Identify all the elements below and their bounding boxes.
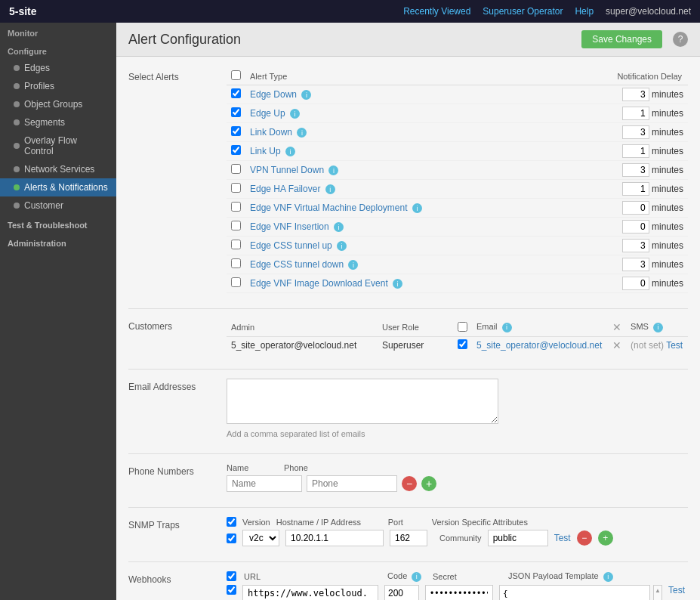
alert-info-icon[interactable]: i	[328, 165, 338, 175]
add-snmp-button[interactable]: +	[598, 530, 613, 546]
col-notification-delay: Notification Delay	[558, 69, 688, 85]
delay-input[interactable]	[622, 107, 649, 120]
sms-info-icon[interactable]: i	[653, 323, 663, 332]
alert-label[interactable]: Link Down	[250, 127, 292, 138]
select-all-checkbox[interactable]	[231, 70, 241, 80]
alert-info-icon[interactable]: i	[334, 222, 344, 232]
email-info-icon[interactable]: i	[502, 323, 512, 332]
alert-info-icon[interactable]: i	[290, 109, 300, 119]
help-link[interactable]: Help	[575, 6, 594, 17]
alert-checkbox[interactable]	[231, 164, 241, 174]
alert-checkbox[interactable]	[231, 202, 241, 212]
snmp-hostname-input[interactable]	[285, 530, 384, 546]
alert-info-icon[interactable]: i	[412, 203, 422, 213]
alert-label[interactable]: Edge VNF Virtual Machine Deployment	[250, 203, 408, 213]
sidebar-item-label: Edges	[24, 63, 50, 73]
sidebar-item-segments[interactable]: Segments	[0, 113, 116, 131]
alert-label[interactable]: Edge Down	[250, 89, 297, 100]
sidebar-item-alerts-notifications[interactable]: Alerts & Notifications	[0, 178, 116, 196]
delay-input[interactable]	[622, 88, 649, 101]
test-sms-link[interactable]: Test	[666, 340, 683, 351]
alert-info-icon[interactable]: i	[297, 128, 307, 138]
alert-checkbox[interactable]	[231, 258, 241, 268]
alert-label[interactable]: Link Up	[250, 146, 281, 156]
sidebar-item-customer[interactable]: Customer	[0, 196, 116, 215]
customers-body: Admin User Role Email i ✕ SMS	[227, 318, 688, 354]
alert-info-icon[interactable]: i	[337, 241, 347, 251]
webhooks-headers: URL Code i Secret JSON Payload Template …	[227, 571, 688, 582]
delay-input[interactable]	[622, 125, 649, 139]
snmp-community-input[interactable]	[488, 530, 548, 546]
remove-icon[interactable]: ✕	[612, 321, 621, 333]
webhook-url-input[interactable]: https://www.velocloud.net	[242, 585, 378, 601]
delay-input[interactable]	[622, 182, 649, 196]
snmp-port-input[interactable]	[390, 530, 427, 546]
alert-checkbox[interactable]	[231, 107, 241, 117]
alert-info-icon[interactable]: i	[285, 147, 295, 156]
delay-input[interactable]	[622, 239, 649, 252]
sidebar-item-network-services[interactable]: Network Services	[0, 160, 116, 178]
alert-info-icon[interactable]: i	[301, 90, 311, 100]
alert-checkbox[interactable]	[231, 240, 241, 249]
sidebar-item-object-groups[interactable]: Object Groups	[0, 95, 116, 113]
delay-input[interactable]	[622, 258, 649, 271]
delay-input[interactable]	[622, 220, 649, 234]
recently-viewed-link[interactable]: Recently Viewed	[403, 6, 470, 17]
save-button[interactable]: Save Changes	[581, 30, 662, 48]
alert-label[interactable]: Edge VNF Image Download Event	[250, 278, 388, 289]
delay-input[interactable]	[622, 163, 649, 177]
webhook-json-input[interactable]: { "alertTime": "{{alertTime}}", "alertTy…	[499, 585, 650, 601]
webhooks-json-col: JSON Payload Template i	[508, 571, 613, 582]
webhook-row-checkbox[interactable]	[227, 585, 236, 595]
test-troubleshoot-section[interactable]: Test & Troubleshoot	[0, 215, 116, 233]
alert-info-icon[interactable]: i	[325, 184, 335, 194]
alert-label[interactable]: Edge CSS tunnel down	[250, 259, 344, 270]
alert-label[interactable]: Edge HA Failover	[250, 184, 320, 194]
alert-label[interactable]: VPN Tunnel Down	[250, 165, 324, 175]
email-textarea[interactable]	[227, 379, 498, 424]
sidebar-item-edges[interactable]: Edges	[0, 59, 116, 77]
superuser-operator-link[interactable]: Superuser Operator	[483, 6, 563, 17]
alert-label[interactable]: Edge VNF Insertion	[250, 221, 329, 232]
webhooks-enabled-checkbox[interactable]	[227, 571, 236, 581]
add-phone-button[interactable]: +	[421, 476, 436, 491]
phone-name-input[interactable]	[227, 475, 302, 492]
webhook-code-input[interactable]	[384, 585, 419, 601]
code-info-icon[interactable]: i	[412, 572, 421, 582]
alert-info-icon[interactable]: i	[348, 260, 358, 270]
snmp-enabled-checkbox[interactable]	[227, 517, 236, 527]
minutes-label: minutes	[652, 240, 683, 251]
alert-checkbox[interactable]	[231, 221, 241, 230]
delay-input[interactable]	[622, 277, 649, 290]
remove-email-icon[interactable]: ✕	[612, 339, 621, 351]
alert-info-icon[interactable]: i	[393, 279, 402, 289]
alert-row: Link Up i minutes	[227, 142, 688, 161]
customer-email-checkbox[interactable]	[458, 339, 467, 349]
administration-section[interactable]: Administration	[0, 233, 116, 251]
snmp-row-checkbox[interactable]	[227, 534, 236, 543]
alert-label[interactable]: Edge CSS tunnel up	[250, 240, 332, 251]
col-sms: SMS i	[626, 320, 688, 337]
customer-email[interactable]: 5_site_operator@velocloud.net	[476, 340, 602, 351]
remove-phone-button[interactable]: −	[402, 476, 417, 491]
alert-label[interactable]: Edge Up	[250, 108, 285, 119]
sidebar-item-overlay-flow-control[interactable]: Overlay Flow Control	[0, 131, 116, 160]
webhook-secret-input[interactable]	[425, 585, 493, 601]
alert-checkbox[interactable]	[231, 145, 241, 155]
remove-snmp-button[interactable]: −	[577, 530, 592, 546]
alert-checkbox[interactable]	[231, 88, 241, 98]
webhook-test-button[interactable]: Test	[668, 585, 685, 595]
snmp-version-select[interactable]: v2c v3	[242, 530, 279, 546]
alert-checkbox[interactable]	[231, 126, 241, 136]
json-info-icon[interactable]: i	[603, 572, 613, 582]
customers-email-checkbox[interactable]	[458, 322, 467, 332]
sidebar-item-profiles[interactable]: Profiles	[0, 77, 116, 95]
help-icon[interactable]: ?	[673, 32, 688, 47]
alert-checkbox[interactable]	[231, 277, 241, 287]
delay-input[interactable]	[622, 144, 649, 158]
snmp-test-button[interactable]: Test	[554, 533, 571, 543]
delay-input[interactable]	[622, 201, 649, 215]
minutes-label: minutes	[652, 221, 683, 232]
alert-checkbox[interactable]	[231, 183, 241, 193]
phone-number-input[interactable]	[307, 475, 397, 492]
